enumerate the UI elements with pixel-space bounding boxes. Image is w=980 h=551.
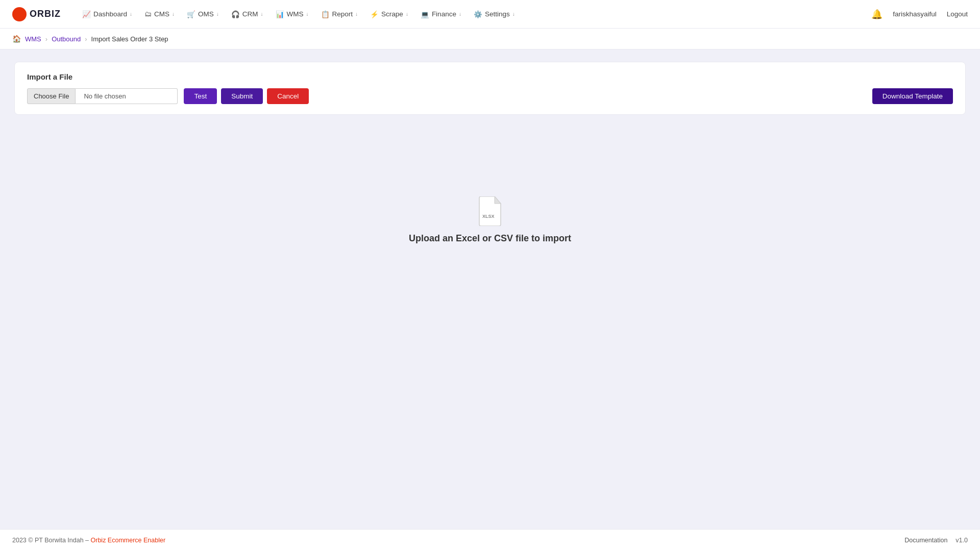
oms-icon: 🛒 bbox=[187, 10, 195, 18]
nav-item-settings[interactable]: ⚙️ Settings ↓ bbox=[469, 7, 520, 21]
upload-label: Upload an Excel or CSV file to import bbox=[409, 233, 571, 244]
nav-item-wms[interactable]: 📊 WMS ↓ bbox=[271, 7, 314, 21]
file-name-display: No file chosen bbox=[76, 88, 178, 104]
breadcrumb-outbound-link[interactable]: Outbound bbox=[52, 35, 81, 43]
breadcrumb-outbound: Outbound bbox=[52, 35, 81, 43]
logo-icon bbox=[12, 7, 27, 21]
nav-label-wms: WMS bbox=[287, 10, 304, 18]
scrape-arrow: ↓ bbox=[406, 11, 408, 17]
xlsx-file-icon: XLSX bbox=[478, 196, 502, 226]
footer-copyright: 2023 © PT Borwita Indah – Orbiz Ecommerc… bbox=[12, 537, 165, 544]
nav-item-dashboard[interactable]: 📈 Dashboard ↓ bbox=[77, 7, 137, 21]
footer: 2023 © PT Borwita Indah – Orbiz Ecommerc… bbox=[0, 529, 980, 551]
nav-item-finance[interactable]: 💻 Finance ↓ bbox=[415, 7, 467, 21]
nav-label-crm: CRM bbox=[242, 10, 258, 18]
nav-label-scrape: Scrape bbox=[381, 10, 403, 18]
nav-item-report[interactable]: 📋 Report ↓ bbox=[316, 7, 363, 21]
finance-arrow: ↓ bbox=[459, 11, 461, 17]
submit-button[interactable]: Submit bbox=[221, 88, 263, 104]
nav-label-settings: Settings bbox=[485, 10, 510, 18]
nav-label-cms: CMS bbox=[154, 10, 169, 18]
settings-icon: ⚙️ bbox=[474, 10, 482, 18]
logo: ORBIZ bbox=[12, 7, 61, 21]
breadcrumb-sep-2: › bbox=[85, 35, 87, 43]
nav-label-dashboard: Dashboard bbox=[93, 10, 127, 18]
file-input-group: Choose File No file chosen bbox=[27, 88, 178, 104]
import-controls: Choose File No file chosen Test Submit C… bbox=[27, 88, 953, 104]
cancel-button[interactable]: Cancel bbox=[267, 88, 309, 104]
breadcrumb: 🏠 WMS › Outbound › Import Sales Order 3 … bbox=[0, 29, 980, 49]
finance-icon: 💻 bbox=[421, 10, 429, 18]
nav-item-scrape[interactable]: ⚡ Scrape ↓ bbox=[365, 7, 413, 21]
footer-copyright-text: 2023 © PT Borwita Indah – bbox=[12, 537, 89, 544]
navbar: ORBIZ 📈 Dashboard ↓ 🗂 CMS ↓ 🛒 OMS ↓ 🎧 CR… bbox=[0, 0, 980, 29]
scrape-icon: ⚡ bbox=[370, 10, 379, 18]
footer-brand: Orbiz Ecommerce Enabler bbox=[91, 537, 166, 544]
wms-icon: 📊 bbox=[276, 10, 284, 18]
oms-arrow: ↓ bbox=[216, 11, 219, 17]
nav-items: 📈 Dashboard ↓ 🗂 CMS ↓ 🛒 OMS ↓ 🎧 CRM ↓ 📊 … bbox=[77, 7, 855, 21]
import-title: Import a File bbox=[27, 72, 953, 81]
action-buttons: Test Submit Cancel bbox=[184, 88, 309, 104]
footer-version: v1.0 bbox=[955, 537, 968, 544]
report-icon: 📋 bbox=[321, 10, 330, 18]
upload-area: XLSX Upload an Excel or CSV file to impo… bbox=[14, 196, 966, 244]
main-content: Import a File Choose File No file chosen… bbox=[0, 49, 980, 529]
crm-icon: 🎧 bbox=[231, 10, 240, 18]
cms-icon: 🗂 bbox=[144, 10, 152, 18]
footer-right: Documentation v1.0 bbox=[904, 537, 968, 544]
nav-label-report: Report bbox=[332, 10, 353, 18]
username-label: fariskhasyaiful bbox=[893, 10, 937, 18]
notification-bell-icon[interactable]: 🔔 bbox=[871, 9, 883, 20]
nav-label-oms: OMS bbox=[198, 10, 214, 18]
logout-button[interactable]: Logout bbox=[947, 10, 968, 18]
breadcrumb-current: Import Sales Order 3 Step bbox=[91, 35, 168, 43]
cms-arrow: ↓ bbox=[172, 11, 175, 17]
crm-arrow: ↓ bbox=[261, 11, 263, 17]
nav-item-cms[interactable]: 🗂 CMS ↓ bbox=[139, 7, 180, 21]
nav-label-finance: Finance bbox=[432, 10, 456, 18]
import-section: Import a File Choose File No file chosen… bbox=[14, 62, 966, 115]
breadcrumb-sep-1: › bbox=[45, 35, 47, 43]
dashboard-arrow: ↓ bbox=[130, 11, 132, 17]
choose-file-button[interactable]: Choose File bbox=[27, 88, 76, 104]
nav-item-crm[interactable]: 🎧 CRM ↓ bbox=[226, 7, 268, 21]
dashboard-icon: 📈 bbox=[82, 10, 91, 18]
breadcrumb-wms: 🏠 WMS bbox=[12, 35, 41, 43]
breadcrumb-page-title: Import Sales Order 3 Step bbox=[91, 35, 168, 43]
download-template-button[interactable]: Download Template bbox=[872, 88, 953, 104]
breadcrumb-wms-link[interactable]: WMS bbox=[25, 35, 41, 43]
documentation-link[interactable]: Documentation bbox=[904, 537, 947, 544]
nav-right: 🔔 fariskhasyaiful Logout bbox=[871, 9, 968, 20]
wms-arrow: ↓ bbox=[306, 11, 309, 17]
settings-arrow: ↓ bbox=[512, 11, 515, 17]
svg-text:XLSX: XLSX bbox=[482, 214, 495, 219]
report-arrow: ↓ bbox=[355, 11, 358, 17]
logo-text: ORBIZ bbox=[30, 9, 61, 19]
nav-item-oms[interactable]: 🛒 OMS ↓ bbox=[182, 7, 224, 21]
wms-breadcrumb-icon: 🏠 bbox=[12, 35, 21, 43]
test-button[interactable]: Test bbox=[184, 88, 217, 104]
